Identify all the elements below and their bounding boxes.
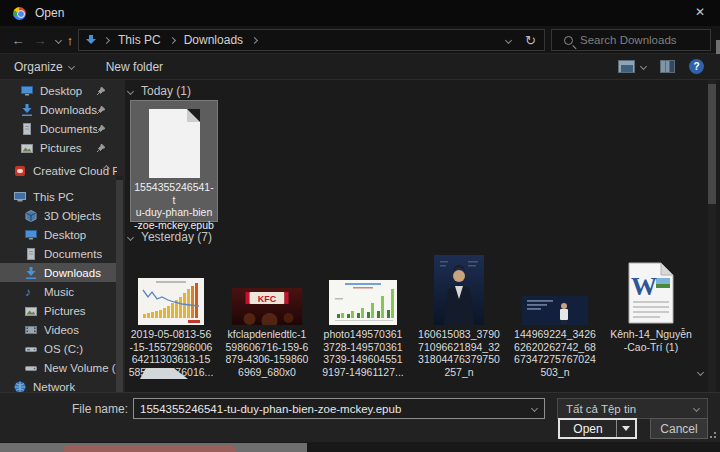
group-header-label: Today (1) bbox=[141, 84, 191, 98]
file-tile-kfc[interactable]: KFC kfclapdenledtlc-1 598606716-159-6 87… bbox=[221, 245, 313, 370]
group-header-label: Yesterday (7) bbox=[141, 230, 212, 244]
music-note-icon: ♪ bbox=[25, 286, 37, 298]
file-type-select[interactable]: Tất cả Tệp tin bbox=[557, 398, 708, 419]
window-title: Open bbox=[35, 6, 64, 20]
sidebar-item-3d-objects[interactable]: 3D Objects bbox=[0, 206, 117, 225]
file-tile-chart2[interactable]: photo149570361 3728-149570361 3739-14960… bbox=[317, 245, 409, 370]
drive-icon bbox=[25, 343, 37, 355]
orange-bar-chart-thumbnail bbox=[138, 278, 204, 325]
file-name-input[interactable] bbox=[134, 403, 532, 415]
file-tile-presentation[interactable]: 144969224_3426 62620262742_68 6734727576… bbox=[509, 245, 601, 370]
forward-icon[interactable]: → bbox=[30, 29, 50, 51]
up-icon[interactable]: ↑ bbox=[60, 29, 80, 51]
thumbnails-view-icon bbox=[618, 60, 635, 73]
svg-text:KFC: KFC bbox=[258, 294, 277, 304]
collapse-chevron-icon bbox=[127, 233, 134, 240]
pictures-icon bbox=[21, 142, 33, 154]
search-icon bbox=[564, 36, 573, 45]
details-view-icon[interactable] bbox=[660, 60, 675, 73]
cube-icon bbox=[25, 210, 37, 222]
chevron-right-icon[interactable] bbox=[251, 36, 258, 43]
documents-icon bbox=[25, 248, 37, 260]
search-input[interactable] bbox=[580, 34, 690, 46]
search-box[interactable] bbox=[551, 29, 711, 51]
sidebar-item-documents[interactable]: Documents bbox=[0, 244, 117, 263]
chevron-down-icon bbox=[622, 426, 630, 431]
pin-icon bbox=[97, 144, 105, 152]
file-name-label: File name: bbox=[0, 402, 128, 416]
sidebar-item-creative-cloud[interactable]: Creative Cloud File bbox=[0, 161, 117, 180]
chevron-down-icon bbox=[693, 405, 700, 412]
svg-text:W: W bbox=[631, 272, 657, 301]
group-header-yesterday[interactable]: Yesterday (7) bbox=[128, 230, 212, 244]
list-scroll-down-icon[interactable] bbox=[697, 369, 704, 376]
address-dropdown-icon[interactable] bbox=[505, 36, 512, 43]
word-document-icon: W bbox=[623, 261, 679, 325]
sidebar-item-downloads[interactable]: Downloads bbox=[0, 263, 117, 282]
close-icon[interactable]: ✕ bbox=[684, 0, 716, 24]
file-tile-word-doc[interactable]: W Kênh-14_Nguyễn -Cao-Trí (1) bbox=[605, 245, 697, 370]
sidebar-item-desktop[interactable]: Desktop bbox=[0, 225, 117, 244]
file-tile-epub[interactable]: 1554355246541-t u-duy-phan-bien -zoe-mck… bbox=[130, 100, 218, 222]
organize-label: Organize bbox=[14, 60, 63, 74]
file-name-combo bbox=[133, 398, 545, 419]
file-name: 1554355246541-t u-duy-phan-bien -zoe-mck… bbox=[133, 181, 215, 231]
breadcrumb[interactable]: This PC Downloads ↻ bbox=[78, 29, 545, 51]
organize-button[interactable]: Organize bbox=[4, 54, 84, 79]
breadcrumb-this-pc[interactable]: This PC bbox=[114, 33, 165, 47]
downloads-icon bbox=[25, 267, 37, 279]
pin-icon bbox=[97, 87, 105, 95]
pin-icon bbox=[97, 106, 105, 114]
cancel-button[interactable]: Cancel bbox=[650, 418, 708, 439]
navigation-pane: Desktop Downloads Documents Pictures Cre… bbox=[0, 80, 125, 392]
sidebar-item-documents-qa[interactable]: Documents bbox=[0, 119, 117, 138]
address-bar-row: ← → ↑ This PC Downloads ↻ bbox=[0, 26, 720, 54]
file-name: 160615083_3790 71096621894_32 3180447637… bbox=[413, 328, 505, 378]
file-tile-chart1[interactable]: 2019-05-0813-56 -15-15572986006 64211303… bbox=[125, 245, 217, 370]
sidebar-item-pictures-qa[interactable]: Pictures bbox=[0, 138, 117, 157]
downloads-icon bbox=[21, 104, 33, 116]
refresh-icon[interactable]: ↻ bbox=[525, 33, 536, 48]
open-dropdown-button[interactable] bbox=[616, 420, 635, 437]
sidebar-item-os-c[interactable]: OS (C:) bbox=[0, 339, 117, 358]
new-folder-button[interactable]: New folder bbox=[96, 54, 173, 79]
open-dialog: Open ✕ ← → ↑ This PC Downloads ↻ Organiz… bbox=[0, 0, 720, 452]
sidebar-item-network[interactable]: Network bbox=[0, 377, 117, 392]
pictures-icon bbox=[25, 305, 37, 317]
pin-icon bbox=[97, 125, 105, 133]
creative-cloud-icon bbox=[14, 165, 26, 177]
open-split-button: Open bbox=[558, 418, 637, 439]
file-list-scrollbar-thumb[interactable] bbox=[708, 84, 716, 204]
sidebar-item-desktop-qa[interactable]: Desktop bbox=[0, 81, 117, 100]
new-folder-label: New folder bbox=[106, 60, 163, 74]
file-name: 144969224_3426 62620262742_68 6734727576… bbox=[509, 328, 601, 378]
sidebar-item-downloads-qa[interactable]: Downloads bbox=[0, 100, 117, 119]
sidebar-item-videos[interactable]: Videos bbox=[0, 320, 117, 339]
back-icon[interactable]: ← bbox=[8, 29, 28, 51]
command-toolbar: Organize New folder ? bbox=[0, 54, 720, 80]
sidebar-item-this-pc[interactable]: This PC bbox=[0, 187, 117, 206]
file-tile-portrait[interactable]: 160615083_3790 71096621894_32 3180447637… bbox=[413, 245, 505, 370]
desktop-icon bbox=[25, 229, 37, 241]
collapse-chevron-icon bbox=[127, 87, 134, 94]
open-button[interactable]: Open bbox=[560, 420, 616, 437]
chevron-right-icon[interactable] bbox=[103, 36, 110, 43]
chevron-right-icon[interactable] bbox=[169, 36, 176, 43]
resize-grip[interactable] bbox=[708, 432, 716, 440]
sidebar-item-new-volume-f[interactable]: New Volume (F:) bbox=[0, 358, 117, 377]
presentation-photo-thumbnail bbox=[522, 296, 588, 325]
help-icon[interactable]: ? bbox=[689, 59, 704, 74]
thumbnails-view-button[interactable] bbox=[618, 60, 646, 73]
group-header-today[interactable]: Today (1) bbox=[128, 84, 191, 98]
chrome-app-icon bbox=[13, 7, 26, 20]
drive-icon bbox=[25, 362, 37, 374]
network-globe-icon bbox=[14, 381, 26, 393]
sidebar-item-pictures[interactable]: Pictures bbox=[0, 301, 117, 320]
sidebar-item-music[interactable]: ♪ Music bbox=[0, 282, 117, 301]
breadcrumb-downloads[interactable]: Downloads bbox=[180, 33, 247, 47]
title-bar: Open ✕ bbox=[0, 0, 720, 26]
file-type-value: Tất cả Tệp tin bbox=[558, 403, 636, 415]
sidebar-scrollbar-thumb[interactable] bbox=[116, 180, 123, 392]
file-name-dropdown-icon[interactable] bbox=[531, 405, 538, 412]
documents-icon bbox=[21, 123, 33, 135]
